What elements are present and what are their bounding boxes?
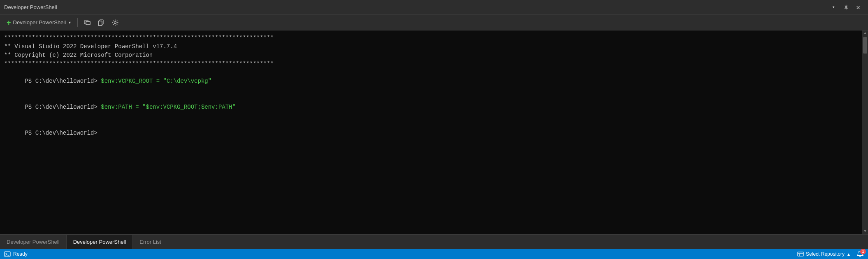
svg-rect-4 [98,21,102,26]
star-line-2: ****************************************… [4,60,858,68]
cmd1-green: $env:VCPKG_ROOT = "C:\dev\vcpkg" [101,78,211,84]
new-terminal-button[interactable]: + Developer PowerShell ▾ [3,17,74,28]
scroll-thumb[interactable] [863,37,867,54]
copy-button[interactable] [95,16,107,29]
tab-error-list[interactable]: Error List [133,235,168,249]
dropdown-button[interactable]: ▾ [828,2,839,13]
window-title: Developer PowerShell [4,4,57,10]
toolbar-separator [77,18,78,27]
split-terminal-button[interactable] [81,16,93,29]
pin-icon [843,5,849,10]
tab-developer-powershell-1[interactable]: Developer PowerShell [0,235,67,249]
title-bar-controls: ▾ ✕ [828,2,864,13]
gear-icon [112,19,118,26]
cmd-line-2: PS C:\dev\helloworld> $env:PATH = "$env:… [4,94,858,120]
tab-developer-powershell-2[interactable]: Developer PowerShell [67,235,133,249]
cmd-line-1: PS C:\dev\helloworld> $env:VCPKG_ROOT = … [4,68,858,94]
repository-icon [797,251,804,257]
notification-count: 1 [860,249,866,254]
toolbar-dropdown-arrow: ▾ [69,20,71,25]
prompt-3: PS C:\dev\helloworld> [25,130,101,136]
select-repository-button[interactable]: Select Repository ▲ [795,250,853,258]
svg-rect-1 [86,21,90,25]
toolbar: + Developer PowerShell ▾ [0,15,868,30]
svg-rect-9 [798,252,803,256]
tab-label-2: Developer PowerShell [73,239,126,245]
status-bar: Ready Select Repository ▲ 1 [0,249,868,259]
split-icon [84,19,91,26]
cmd-line-3: PS C:\dev\helloworld> [4,120,858,146]
prompt-1: PS C:\dev\helloworld> [25,78,101,84]
plus-icon: + [7,19,11,26]
copy-icon [98,19,104,26]
ready-icon [4,251,11,257]
scroll-up-button[interactable]: ▲ [862,30,868,36]
svg-point-6 [114,21,116,23]
svg-rect-7 [5,252,10,257]
info-line-2: ** Copyright (c) 2022 Microsoft Corporat… [4,51,858,60]
close-button[interactable]: ✕ [852,2,864,13]
repo-label: Select Repository [806,251,845,257]
prompt-2: PS C:\dev\helloworld> [25,104,101,110]
repo-arrow: ▲ [847,252,851,257]
tab-label-3: Error List [139,239,161,245]
terminal-container: ****************************************… [0,30,868,234]
tabs-bar: Developer PowerShell Developer PowerShel… [0,234,868,249]
pin-button[interactable] [840,2,852,13]
scrollbar[interactable]: ▲ ▼ [862,30,868,234]
settings-button[interactable] [109,16,121,29]
scroll-down-button[interactable]: ▼ [862,229,868,234]
tab-label-1: Developer PowerShell [7,239,60,245]
ready-text: Ready [13,251,28,257]
terminal-output[interactable]: ****************************************… [0,30,862,234]
title-bar-left: Developer PowerShell [4,4,57,10]
status-left: Ready [4,251,28,257]
toolbar-label: Developer PowerShell [13,19,66,26]
repo-icon [797,251,804,257]
cmd2-green: $env:PATH = "$env:VCPKG_ROOT;$env:PATH" [101,104,236,110]
shell-icon [4,251,11,257]
star-line-1: ****************************************… [4,34,858,42]
notification-bell[interactable]: 1 [856,250,864,258]
status-right: Select Repository ▲ 1 [795,250,864,258]
scroll-track[interactable] [862,36,868,229]
title-bar: Developer PowerShell ▾ ✕ [0,0,868,15]
info-line-1: ** Visual Studio 2022 Developer PowerShe… [4,42,858,51]
